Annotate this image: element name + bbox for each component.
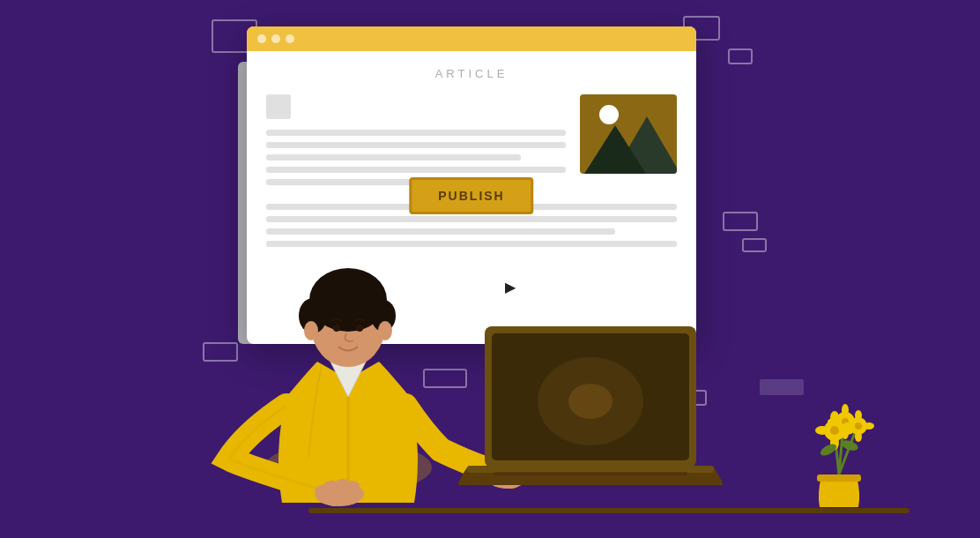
browser-dot-1	[257, 34, 266, 43]
flowers-illustration	[786, 379, 892, 512]
laptop-illustration	[458, 318, 723, 512]
svg-point-31	[815, 426, 829, 435]
article-title: ARTICLE	[266, 67, 677, 80]
mountain-left	[584, 125, 646, 174]
svg-point-40	[855, 422, 862, 430]
float-rect-4	[723, 212, 758, 231]
article-thumbnail-small	[266, 94, 291, 119]
browser-dot-3	[286, 34, 294, 43]
float-rect-3	[728, 49, 753, 64]
browser-dot-2	[271, 34, 280, 43]
svg-point-8	[356, 325, 363, 332]
svg-point-20	[568, 384, 612, 419]
svg-rect-22	[494, 472, 687, 475]
svg-point-9	[304, 321, 318, 340]
svg-point-7	[333, 325, 340, 332]
svg-point-37	[828, 418, 840, 425]
svg-point-43	[843, 422, 853, 430]
scene: ARTICLE	[0, 0, 980, 538]
svg-point-6	[315, 270, 382, 309]
svg-point-10	[378, 321, 392, 340]
article-image	[580, 94, 677, 174]
svg-point-35	[842, 404, 849, 416]
desk-surface	[308, 508, 909, 513]
svg-rect-23	[817, 474, 861, 482]
svg-point-41	[855, 410, 862, 421]
browser-titlebar	[247, 26, 696, 51]
float-rect-5	[742, 238, 767, 252]
svg-rect-21	[467, 466, 714, 473]
svg-point-42	[855, 431, 862, 442]
svg-point-44	[864, 422, 874, 430]
